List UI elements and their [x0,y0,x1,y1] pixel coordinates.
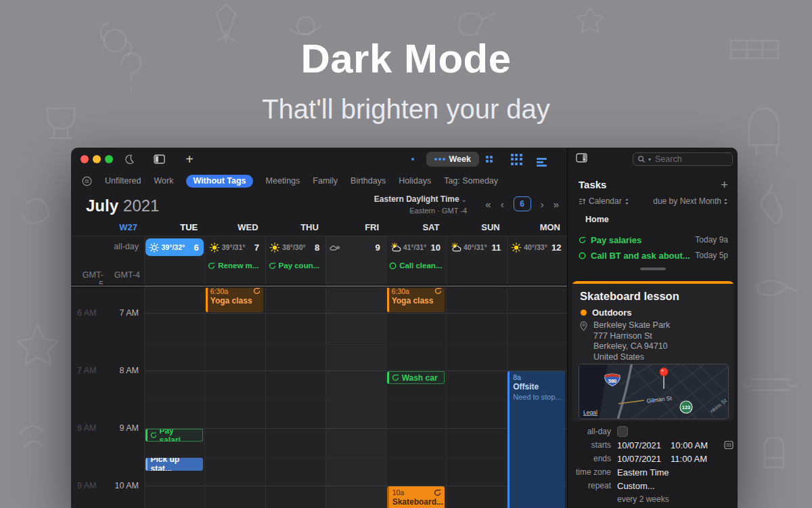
day-header-tue[interactable]: TUE [144,222,204,232]
repeat-value[interactable]: Custom... [617,481,655,491]
sidebar-toggle-icon[interactable] [152,152,166,167]
day-header-thu[interactable]: THU [265,222,325,232]
day-weather-cell-sat[interactable]: 41°/31°10 [387,238,445,256]
location-pin-icon [579,321,588,333]
event-yoga-class[interactable]: 6:30aYoga class [387,288,445,312]
timezone-selector[interactable]: Eastern Daylight Time⌄ Eastern · GMT -4 [374,194,467,216]
list-view-icon[interactable] [537,152,547,173]
date-picker-icon[interactable] [724,440,734,450]
map-legal-link[interactable]: Legal [583,409,597,416]
day-header-fri[interactable]: FRI [325,222,386,232]
filter-item-unfiltered[interactable]: Unfiltered [105,176,141,186]
date-number: 10 [430,242,440,253]
day-view-icon[interactable] [411,158,414,161]
field-label: ends [568,454,611,463]
ends-date-value[interactable]: 10/07/2021 [617,454,661,464]
prev-week-fast-button[interactable]: « [485,198,491,210]
day-weather-cell-mon[interactable]: 40°/33°12 [508,238,566,256]
repeat-detail: every 2 weeks [617,494,669,504]
event-offsite[interactable]: 8aOffsiteNeed to stop... [508,371,565,508]
date-navigation: « ‹ 6 › » [485,196,559,211]
calendar-week-view: July2021 Eastern Daylight Time⌄ Eastern … [71,191,567,508]
field-label: starts [568,440,611,450]
hero-subtitle: That'll brighten your day [0,94,812,125]
hour-label: 10 AM [99,481,139,490]
starts-date-value[interactable]: 10/07/2021 [617,440,661,450]
event-pay-salari-[interactable]: Pay salari... [145,429,203,442]
today-button[interactable]: 6 [514,196,531,211]
month-view-icon[interactable] [484,152,495,167]
ends-time-value[interactable]: 11:00 AM [671,454,707,464]
filter-item-birthdays[interactable]: Birthdays [351,176,386,186]
task-row[interactable]: Pay salariesToday 9a [579,234,728,246]
zoom-window-button[interactable] [105,155,113,163]
all-day-task[interactable]: Call clean... [389,260,443,271]
chevron-down-icon: ▾ [648,156,651,163]
task-row[interactable]: Call BT and ask about...Today 5p [579,249,728,261]
day-weather-cell-thu[interactable]: 38°/30°8 [266,238,324,256]
tasks-sort-control[interactable]: Calendar [579,196,629,206]
year-view-icon[interactable] [510,152,523,167]
day-weather-cell-wed[interactable]: 39°/31°7 [206,238,264,256]
event-pick-up-stat-[interactable]: Pick up stat... [145,458,203,471]
moon-icon[interactable] [122,152,136,167]
gmt-primary-label: GMT-4 [110,270,140,280]
week-view-button[interactable]: Week [426,152,479,167]
address-line: 777 Harrison St [593,331,670,342]
panel-toggle-icon[interactable] [576,153,587,165]
add-event-button[interactable]: + [183,152,196,167]
filter-item-tag-someday[interactable]: Tag: Someday [444,176,498,186]
close-window-button[interactable] [81,155,89,163]
filter-item-meetings[interactable]: Meetings [266,176,300,186]
search-field[interactable]: ▾ [633,152,733,166]
prev-week-button[interactable]: ‹ [501,198,504,210]
hour-label: 7 AM [99,308,139,318]
filter-item-holidays[interactable]: Holidays [399,176,431,186]
drag-handle[interactable] [640,268,666,270]
event-yoga-class[interactable]: 6:30aYoga class [206,288,263,312]
cloud-moon-icon [330,242,340,253]
event-location[interactable]: Berkeley Skate Park777 Harrison StBerkel… [593,320,670,362]
starts-time-value[interactable]: 10:00 AM [671,440,708,450]
minimize-window-button[interactable] [93,155,101,163]
map-preview[interactable]: 580 123 Gilman St nkins St Legal [579,364,729,419]
tasks-due-filter[interactable]: due by Next Month [653,196,728,206]
week-number-label: W27 [71,222,144,232]
event-wash-car[interactable]: Wash car [387,371,445,384]
day-header-sun[interactable]: SUN [446,222,506,232]
sun-icon [269,242,280,253]
sun-cloud-icon [390,242,401,253]
timezone-value[interactable]: Eastern Time [617,467,669,478]
day-weather-cell-tue[interactable]: 39°/32°6 [145,238,204,256]
day-header-sat[interactable]: SAT [386,222,446,232]
date-number: 7 [254,242,259,253]
search-input[interactable] [654,154,724,165]
filter-menu-icon[interactable] [82,176,92,186]
all-day-task[interactable]: Renew m... [208,260,261,271]
next-week-fast-button[interactable]: » [554,198,559,210]
filter-item-without-tags[interactable]: Without Tags [186,175,252,188]
hero-banner: Dark Mode That'll brighten your day [0,0,812,125]
next-week-button[interactable]: › [541,198,544,210]
sun-cloud-icon [451,242,461,253]
all-day-checkbox[interactable] [617,426,628,437]
hour-label: 9 AM [99,423,139,433]
repeat-icon [434,288,442,295]
event-skateboard-[interactable]: 10aSkateboard... [387,486,445,508]
event-calendar[interactable]: Outdoors [581,308,632,318]
filter-item-work[interactable]: Work [154,176,174,186]
day-header-mon[interactable]: MON [507,222,567,232]
app-window: + Week UnfilteredWorkWithout TagsMeeting… [71,148,738,508]
day-weather-cell-fri[interactable]: 9 [326,238,384,256]
day-header-row: W27TUEWEDTHUFRISATSUNMON [71,221,567,236]
date-number: 6 [194,242,199,253]
add-task-button[interactable]: + [721,177,728,192]
filter-item-family[interactable]: Family [313,176,338,186]
field-label: time zone [568,467,611,477]
task-due-label: Today 5p [695,251,728,260]
day-weather-cell-sun[interactable]: 40°/31°11 [447,238,505,256]
task-due-label: Today 9a [695,235,728,245]
repeat-icon [579,236,586,244]
all-day-task[interactable]: Pay coun... [269,260,322,271]
day-header-wed[interactable]: WED [204,222,265,232]
